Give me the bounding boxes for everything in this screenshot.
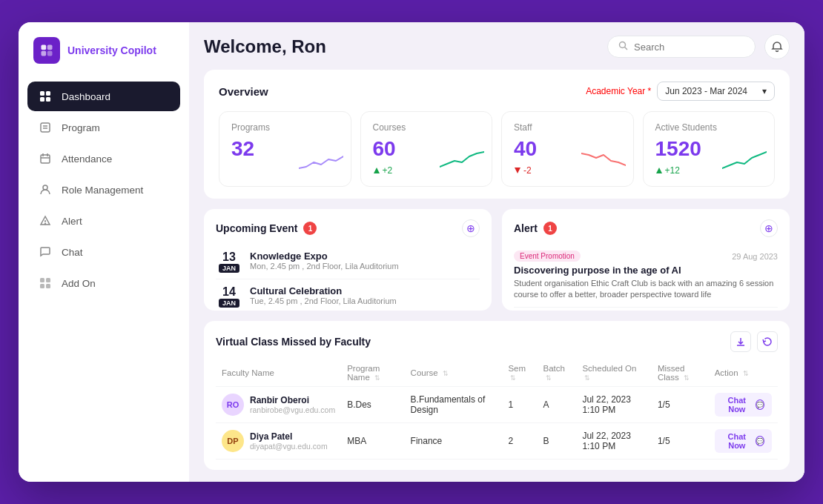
stats-grid: Programs 32 Courses 60 +2 <box>219 111 775 187</box>
event-info-1: Cultural Celebration Tue, 2.45 pm , 2nd … <box>250 285 480 308</box>
svg-rect-20 <box>40 284 44 288</box>
svg-rect-21 <box>46 284 50 288</box>
search-input[interactable] <box>634 42 744 53</box>
alert-tag-0: Event Promotion <box>514 251 581 262</box>
faculty-cell-0: RO Ranbir Oberoi ranbirobe@vgu.edu.com <box>216 387 341 423</box>
svg-rect-11 <box>41 155 50 163</box>
scheduled-1: Jul 22, 2023 1:10 PM <box>576 423 651 460</box>
svg-point-22 <box>620 42 626 48</box>
sidebar-item-alert[interactable]: Alert <box>27 206 180 236</box>
logo-icon <box>33 37 60 64</box>
alerts-panel: Alert 1 ⊕ Event Promotion 29 Aug 2023 Di… <box>502 209 790 311</box>
alert-icon <box>38 213 53 228</box>
svg-rect-19 <box>46 278 50 282</box>
alerts-list: Event Promotion 29 Aug 2023 Discovering … <box>514 245 778 311</box>
events-panel-header: Upcoming Event 1 ⊕ <box>216 219 480 237</box>
table-row: DP Diya Patel diyapat@vgu.edu.com MBA Fi… <box>216 423 778 460</box>
course-0: B.Fundamentals of Design <box>405 387 503 423</box>
chat-now-button-1[interactable]: Chat Now 💬 <box>715 429 772 453</box>
svg-line-23 <box>625 47 628 50</box>
events-badge: 1 <box>303 222 317 235</box>
col-missed: Missed Class ⇅ <box>652 359 709 387</box>
chat-now-button-0[interactable]: Chat Now 💬 <box>715 393 772 417</box>
sidebar-item-label-attendance: Attendance <box>62 153 112 165</box>
col-action: Action ⇅ <box>709 359 778 387</box>
avatar: RO <box>222 394 244 416</box>
sidebar-item-label-add-on: Add On <box>62 278 96 289</box>
faculty-info-0: Ranbir Oberoi ranbirobe@vgu.edu.com <box>250 395 335 414</box>
svg-marker-25 <box>515 168 520 173</box>
search-bar[interactable] <box>607 36 756 58</box>
stat-label-active-students: Active Students <box>655 122 763 133</box>
alert-meta-0: Event Promotion 29 Aug 2023 <box>514 251 778 262</box>
missed-0: 1/5 <box>652 387 709 423</box>
role-management-icon <box>38 182 53 197</box>
list-item: Event Promotion 29 Aug 2023 Discovering … <box>514 245 778 308</box>
svg-rect-7 <box>46 97 50 102</box>
alerts-title: Alert <box>514 222 538 234</box>
overview-header: Overview Academic Year * Jun 2023 - Mar … <box>219 82 775 101</box>
col-program-name: Program Name ⇅ <box>341 359 404 387</box>
alerts-more-button[interactable]: ⊕ <box>760 219 778 237</box>
stat-card-courses: Courses 60 +2 <box>360 111 493 187</box>
program-1: MBA <box>341 423 404 460</box>
missed-1: 1/5 <box>652 423 709 460</box>
refresh-button[interactable] <box>757 331 778 352</box>
svg-marker-26 <box>656 168 662 173</box>
action-cell-1: Chat Now 💬 <box>709 423 778 460</box>
academic-year-label: Academic Year * <box>586 86 651 96</box>
sidebar-item-program[interactable]: Program <box>27 113 180 142</box>
bottom-panels: Upcoming Event 1 ⊕ 13 JAN Knowledge Expo… <box>204 209 790 311</box>
logo-text: University Copilot <box>67 44 156 56</box>
sidebar-item-attendance[interactable]: Attendance <box>27 144 180 173</box>
svg-rect-3 <box>47 51 53 56</box>
header-right <box>607 34 790 59</box>
table-header: Virtual Class Missed by Faculty <box>216 331 778 352</box>
list-item: 14 JAN Cultural Celebration Tue, 2.45 pm… <box>216 279 480 311</box>
main-content: Welcome, Ron <box>189 22 804 482</box>
list-item: Academic support 29 Aug 2023 New Zealand… <box>514 308 778 311</box>
sem-0: 1 <box>502 387 537 423</box>
col-course: Course ⇅ <box>405 359 503 387</box>
stat-card-active-students: Active Students 1520 +12 <box>643 111 776 187</box>
events-more-button[interactable]: ⊕ <box>462 219 480 237</box>
courses-chart <box>440 146 484 176</box>
download-button[interactable] <box>730 331 751 352</box>
header: Welcome, Ron <box>204 34 790 59</box>
svg-rect-18 <box>40 278 44 282</box>
table-row: RO Ranbir Oberoi ranbirobe@vgu.edu.com B… <box>216 387 778 423</box>
attendance-icon <box>38 151 53 166</box>
col-sem: Sem ⇅ <box>502 359 537 387</box>
faculty-table: Faculty Name Program Name ⇅ Course ⇅ Sem… <box>216 359 778 460</box>
svg-rect-0 <box>42 45 47 50</box>
event-date-1: 14 JAN <box>216 285 242 308</box>
add-on-icon <box>38 276 53 291</box>
sidebar-item-chat[interactable]: Chat <box>27 237 180 267</box>
alerts-title-wrap: Alert 1 <box>514 222 557 235</box>
sidebar-item-add-on[interactable]: Add On <box>27 268 180 298</box>
event-date-0: 13 JAN <box>216 251 242 273</box>
academic-year-dropdown[interactable]: Jun 2023 - Mar 2024 ▾ <box>657 82 775 101</box>
events-title-wrap: Upcoming Event 1 <box>216 222 317 235</box>
col-faculty-name: Faculty Name <box>216 359 341 387</box>
sidebar-item-dashboard[interactable]: Dashboard <box>27 82 180 111</box>
avatar: DP <box>222 430 244 452</box>
notification-bell-button[interactable] <box>764 34 790 59</box>
faculty-info-1: Diya Patel diyapat@vgu.edu.com <box>250 431 328 451</box>
sidebar-item-label-program: Program <box>62 122 100 133</box>
stat-label-courses: Courses <box>373 122 480 133</box>
faculty-cell-1: DP Diya Patel diyapat@vgu.edu.com <box>216 423 341 460</box>
stat-label-programs: Programs <box>231 122 339 133</box>
sem-1: 2 <box>502 423 537 460</box>
sidebar-logo: University Copilot <box>19 37 189 82</box>
stat-card-programs: Programs 32 <box>219 111 351 187</box>
table-title: Virtual Class Missed by Faculty <box>216 336 371 348</box>
svg-point-15 <box>43 185 47 190</box>
svg-marker-24 <box>374 168 380 173</box>
chevron-down-icon: ▾ <box>762 86 767 96</box>
scheduled-0: Jul 22, 2023 1:10 PM <box>576 387 651 423</box>
stat-card-staff: Staff 40 -2 <box>501 111 634 187</box>
svg-point-17 <box>45 224 46 225</box>
sidebar-item-label-dashboard: Dashboard <box>62 91 110 102</box>
sidebar-item-role-management[interactable]: Role Management <box>27 175 180 205</box>
